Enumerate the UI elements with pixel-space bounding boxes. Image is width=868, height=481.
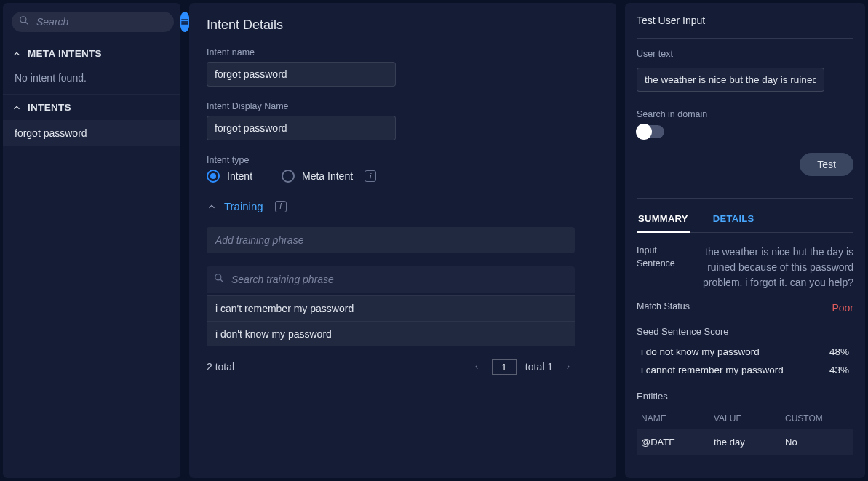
user-text-label: User text (637, 49, 853, 59)
search-training-phrase-input[interactable] (207, 266, 575, 293)
sidebar: META INTENTS No intent found. INTENTS fo… (3, 3, 180, 478)
main-panel: Intent Details Intent name Intent Displa… (189, 3, 616, 478)
entities-header-custom: CUSTOM (785, 413, 849, 424)
input-sentence-value: the weather is nice but the day is ruine… (689, 245, 853, 290)
svg-line-6 (220, 279, 223, 282)
page-title: Intent Details (207, 17, 599, 33)
pagination-total-pages: total 1 (525, 361, 553, 373)
seed-score: 48% (829, 346, 849, 357)
sidebar-item-intent[interactable]: forgot password (3, 120, 180, 146)
test-panel-title: Test User Input (637, 15, 853, 26)
add-training-phrase-input[interactable] (207, 227, 575, 253)
search-domain-toggle[interactable] (637, 125, 664, 138)
search-icon (214, 273, 224, 286)
menu-button[interactable] (180, 12, 190, 32)
radio-intent-label: Intent (227, 170, 252, 182)
training-title: Training (224, 200, 263, 212)
svg-point-5 (215, 274, 221, 280)
entities-header-value: VALUE (714, 413, 785, 424)
chevron-up-icon (207, 202, 217, 212)
training-phrase-row[interactable]: i don't know my password (207, 321, 575, 346)
meta-intents-header[interactable]: META INTENTS (3, 41, 180, 66)
search-domain-label: Search in domain (637, 109, 853, 119)
intents-title: INTENTS (28, 102, 71, 113)
entities-label: Entities (637, 391, 853, 402)
training-phrase-row[interactable]: i can't remember my password (207, 295, 575, 321)
prev-page-button[interactable] (470, 358, 483, 375)
match-status-label: Match Status (637, 301, 832, 316)
tab-details[interactable]: DETAILS (712, 209, 756, 232)
chevron-up-icon (12, 49, 22, 59)
entity-value: the day (714, 437, 785, 448)
intent-name-label: Intent name (207, 47, 599, 57)
radio-unselected-icon (282, 170, 295, 183)
tab-summary[interactable]: SUMMARY (637, 209, 690, 233)
radio-meta-intent[interactable]: Meta Intent i (282, 170, 376, 183)
intent-display-input[interactable] (207, 116, 396, 140)
radio-intent[interactable]: Intent (207, 170, 252, 183)
seed-text: i cannot remember my password (641, 365, 784, 375)
match-status-value: Poor (832, 301, 853, 316)
entity-name: @DATE (641, 437, 714, 448)
intent-name-input[interactable] (207, 62, 396, 87)
entity-custom: No (785, 437, 849, 448)
test-panel: Test User Input User text Search in doma… (625, 3, 865, 478)
chevron-up-icon (12, 103, 22, 113)
pagination-total: 2 total (207, 361, 234, 373)
info-icon[interactable]: i (365, 170, 376, 182)
info-icon[interactable]: i (275, 201, 287, 212)
intent-type-label: Intent type (207, 155, 599, 165)
search-input[interactable] (12, 12, 174, 32)
test-button[interactable]: Test (800, 153, 853, 176)
meta-intents-title: META INTENTS (28, 48, 102, 59)
intents-header[interactable]: INTENTS (3, 95, 180, 120)
intent-display-label: Intent Display Name (207, 101, 599, 111)
meta-intents-empty: No intent found. (3, 66, 180, 95)
radio-meta-label: Meta Intent (302, 170, 353, 182)
training-header[interactable]: Training i (207, 200, 599, 212)
entity-row: @DATE the day No (637, 429, 853, 455)
seed-text: i do not know my password (641, 346, 760, 357)
input-sentence-label: Input Sentence (637, 245, 689, 290)
page-input[interactable] (492, 359, 517, 375)
entities-header-name: NAME (641, 413, 714, 424)
user-text-input[interactable] (637, 68, 824, 92)
next-page-button[interactable] (562, 358, 575, 375)
seed-row: i cannot remember my password 43% (637, 361, 853, 379)
radio-selected-icon (207, 170, 220, 183)
seed-score: 43% (829, 365, 849, 375)
seed-score-label: Seed Sentence Score (637, 326, 853, 337)
seed-row: i do not know my password 48% (637, 343, 853, 361)
